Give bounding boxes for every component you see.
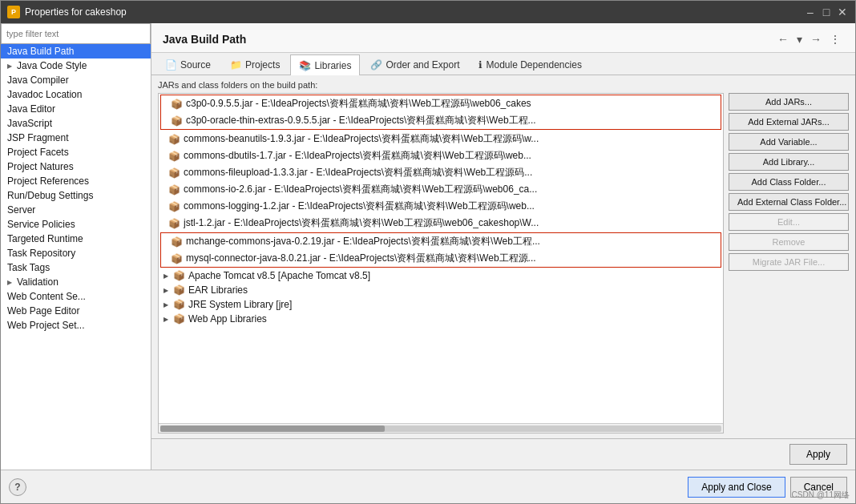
jar-item-jstl[interactable]: 📦jstl-1.2.jar - E:\IdeaProjects\资料蛋糕商城\资…: [159, 215, 723, 232]
jar-list-container: 📦c3p0-0.9.5.5.jar - E:\IdeaProjects\资料蛋糕…: [158, 93, 724, 433]
jar-icon-ear: 📦: [173, 284, 185, 296]
action-btn-add-external-class-folder[interactable]: Add External Class Folder...: [729, 193, 849, 211]
title-bar-left: P Properties for cakeshop: [7, 6, 127, 18]
jar-label-commons-dbutils: commons-dbutils-1.7.jar - E:\IdeaProject…: [184, 149, 531, 163]
tab-projects[interactable]: 📁Projects: [221, 54, 289, 75]
main-title: Java Build Path: [163, 33, 246, 46]
tabs-bar: 📄Source📁Projects📚Libraries🔗Order and Exp…: [151, 53, 855, 75]
action-btn-add-external-jars[interactable]: Add External JARs...: [729, 113, 849, 131]
maximize-button[interactable]: □: [820, 6, 833, 18]
sidebar-item-web-page-editor[interactable]: Web Page Editor: [1, 304, 151, 318]
nav-menu-button[interactable]: ⋮: [826, 31, 844, 47]
h-scrollbar-thumb: [160, 425, 385, 432]
action-btn-edit: Edit...: [729, 213, 849, 231]
sidebar-item-server[interactable]: Server: [1, 203, 151, 217]
tab-order-export[interactable]: 🔗Order and Export: [361, 54, 468, 75]
sidebar-item-java-build-path[interactable]: Java Build Path: [1, 44, 151, 58]
h-scrollbar-track: [160, 425, 721, 432]
main-content: 📄Source📁Projects📚Libraries🔗Order and Exp…: [151, 53, 855, 438]
jar-list[interactable]: 📦c3p0-0.9.5.5.jar - E:\IdeaProjects\资料蛋糕…: [159, 94, 723, 423]
sidebar-item-task-repository[interactable]: Task Repository: [1, 246, 151, 260]
jar-label-c3p0-1: c3p0-0.9.5.5.jar - E:\IdeaProjects\资料蛋糕商…: [186, 97, 531, 111]
tab-icon-order-export: 🔗: [370, 59, 382, 71]
jar-icon-jre: 📦: [173, 299, 185, 310]
jar-item-webapp[interactable]: ▶📦Web App Libraries: [159, 312, 723, 326]
minimize-button[interactable]: –: [804, 6, 817, 18]
sidebar-item-java-code-style[interactable]: Java Code Style: [1, 58, 151, 73]
tab-label-module-dependencies: Module Dependencies: [486, 59, 581, 71]
jar-icon-webapp: 📦: [173, 313, 185, 325]
tab-icon-module-dependencies: ℹ: [478, 59, 483, 71]
tab-label-source: Source: [180, 59, 211, 71]
tab-icon-projects: 📁: [230, 59, 242, 71]
apply-close-button[interactable]: Apply and Close: [688, 477, 785, 498]
sidebar-item-java-editor[interactable]: Java Editor: [1, 102, 151, 116]
close-button[interactable]: ✕: [836, 6, 849, 18]
sidebar-item-web-content-settings[interactable]: Web Content Se...: [1, 289, 151, 304]
sidebar-item-web-project-settings[interactable]: Web Project Set...: [1, 318, 151, 333]
action-btn-add-class-folder[interactable]: Add Class Folder...: [729, 173, 849, 191]
jar-label-mchange: mchange-commons-java-0.2.19.jar - E:\Ide…: [186, 235, 540, 248]
filter-input[interactable]: [1, 23, 151, 44]
action-btn-add-variable[interactable]: Add Variable...: [729, 133, 849, 151]
jar-icon-commons-dbutils: 📦: [168, 151, 180, 162]
jar-item-mchange[interactable]: 📦mchange-commons-java-0.2.19.jar - E:\Id…: [161, 233, 721, 250]
horizontal-scrollbar[interactable]: [159, 423, 723, 433]
sidebar-item-javadoc-location[interactable]: Javadoc Location: [1, 87, 151, 102]
tab-label-projects: Projects: [245, 59, 280, 71]
apply-button[interactable]: Apply: [789, 444, 847, 465]
jar-label-jstl: jstl-1.2.jar - E:\IdeaProjects\资料蛋糕商城\资料…: [184, 216, 539, 230]
tab-source[interactable]: 📄Source: [156, 54, 220, 75]
watermark: CSDN @11网络: [792, 490, 850, 501]
sidebar-item-targeted-runtime[interactable]: Targeted Runtime: [1, 232, 151, 246]
footer: ? Apply and Close Cancel: [1, 470, 855, 503]
sidebar-item-project-references[interactable]: Project References: [1, 174, 151, 188]
sidebar-item-project-facets[interactable]: Project Facets: [1, 145, 151, 159]
jar-label-commons-io: commons-io-2.6.jar - E:\IdeaProjects\资料蛋…: [184, 183, 537, 196]
sidebar-item-jsp-fragment[interactable]: JSP Fragment: [1, 131, 151, 145]
help-button[interactable]: ?: [9, 478, 26, 496]
jar-item-tomcat[interactable]: ▶📦Apache Tomcat v8.5 [Apache Tomcat v8.5…: [159, 268, 723, 283]
jar-item-commons-dbutils[interactable]: 📦commons-dbutils-1.7.jar - E:\IdeaProjec…: [159, 147, 723, 164]
jar-item-commons-io[interactable]: 📦commons-io-2.6.jar - E:\IdeaProjects\资料…: [159, 181, 723, 198]
sidebar-item-validation[interactable]: Validation: [1, 275, 151, 289]
sidebar-item-java-compiler[interactable]: Java Compiler: [1, 73, 151, 87]
jar-icon-jstl: 📦: [168, 218, 180, 229]
tab-libraries[interactable]: 📚Libraries: [290, 54, 360, 75]
main-header: Java Build Path ← ▾ → ⋮: [151, 23, 855, 53]
jar-item-c3p0-2[interactable]: 📦c3p0-oracle-thin-extras-0.9.5.5.jar - E…: [161, 112, 721, 129]
nav-back-button[interactable]: ←: [774, 31, 792, 47]
sidebar-item-project-natures[interactable]: Project Natures: [1, 159, 151, 174]
action-btn-add-library[interactable]: Add Library...: [729, 153, 849, 171]
app-icon: P: [7, 6, 20, 18]
tab-module-dependencies[interactable]: ℹModule Dependencies: [470, 54, 590, 75]
jar-item-ear[interactable]: ▶📦EAR Libraries: [159, 283, 723, 297]
nav-dropdown-button[interactable]: ▾: [793, 31, 806, 47]
jar-expand-arrow-jre: ▶: [164, 301, 168, 308]
title-bar: P Properties for cakeshop – □ ✕: [1, 1, 855, 23]
jar-label-commons-fileupload: commons-fileupload-1.3.3.jar - E:\IdeaPr…: [184, 166, 532, 179]
jar-item-mysql[interactable]: 📦mysql-connector-java-8.0.21.jar - E:\Id…: [161, 250, 721, 267]
sidebar-item-javascript[interactable]: JavaScript: [1, 116, 151, 131]
title-controls: – □ ✕: [804, 6, 849, 18]
sidebar-item-run-debug-settings[interactable]: Run/Debug Settings: [1, 188, 151, 203]
jar-label-commons-logging: commons-logging-1.2.jar - E:\IdeaProject…: [184, 200, 535, 213]
bottom-bar: Apply: [151, 438, 855, 470]
jar-icon-c3p0-2: 📦: [171, 115, 183, 127]
sidebar-item-task-tags[interactable]: Task Tags: [1, 260, 151, 275]
jar-item-c3p0-1[interactable]: 📦c3p0-0.9.5.5.jar - E:\IdeaProjects\资料蛋糕…: [161, 95, 721, 112]
main-area: Java Build Path ← ▾ → ⋮ 📄Source📁Projects…: [151, 23, 855, 470]
jar-label-ear: EAR Libraries: [188, 284, 248, 296]
content-label: JARs and class folders on the build path…: [158, 80, 849, 90]
nav-forward-button[interactable]: →: [807, 31, 825, 47]
tab-icon-source: 📄: [165, 59, 177, 71]
jar-item-commons-fileupload[interactable]: 📦commons-fileupload-1.3.3.jar - E:\IdeaP…: [159, 164, 723, 181]
split-pane: 📦c3p0-0.9.5.5.jar - E:\IdeaProjects\资料蛋糕…: [158, 93, 849, 433]
jar-item-commons-beanutils[interactable]: 📦commons-beanutils-1.9.3.jar - E:\IdeaPr…: [159, 131, 723, 147]
jar-item-commons-logging[interactable]: 📦commons-logging-1.2.jar - E:\IdeaProjec…: [159, 198, 723, 215]
jar-item-jre[interactable]: ▶📦JRE System Library [jre]: [159, 297, 723, 312]
action-btn-add-jars[interactable]: Add JARs...: [729, 93, 849, 111]
sidebar-item-service-policies[interactable]: Service Policies: [1, 217, 151, 232]
action-btn-migrate-jar: Migrate JAR File...: [729, 253, 849, 271]
jar-icon-commons-beanutils: 📦: [168, 134, 180, 145]
